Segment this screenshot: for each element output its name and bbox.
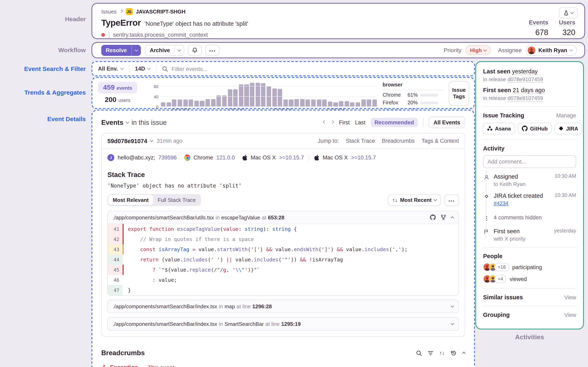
chart-bar[interactable] bbox=[233, 89, 238, 107]
chart-bar[interactable] bbox=[289, 100, 293, 107]
chart-bar[interactable] bbox=[244, 84, 249, 107]
users-count-line[interactable]: 200 users bbox=[98, 96, 137, 104]
priority-dropdown[interactable]: High bbox=[466, 45, 491, 55]
chart-bar[interactable] bbox=[328, 101, 332, 107]
previous-event-button[interactable] bbox=[323, 120, 327, 124]
github-icon[interactable] bbox=[430, 215, 436, 220]
chart-bar[interactable] bbox=[228, 89, 232, 107]
chart-bar[interactable] bbox=[161, 102, 165, 107]
events-count-badge[interactable]: 459 events bbox=[98, 82, 137, 93]
events-stat-label[interactable]: Events bbox=[529, 19, 548, 26]
users-stat-label[interactable]: Users bbox=[559, 19, 575, 26]
chart-bar[interactable] bbox=[189, 100, 193, 107]
chart-bar[interactable] bbox=[178, 100, 182, 107]
viewers-more-pill[interactable]: +4 bbox=[494, 275, 506, 283]
code-line[interactable]: 44 return (value.includes(' ') || value.… bbox=[108, 254, 458, 265]
sort-dropdown[interactable]: ↑↓ Most Recent bbox=[388, 194, 441, 206]
chart-bar[interactable] bbox=[294, 99, 299, 107]
tag-row-firefox[interactable]: Firefox 20% bbox=[383, 100, 444, 106]
code-line[interactable]: 43 const isArrayTag = value.startsWith('… bbox=[108, 244, 458, 254]
chart-bar[interactable] bbox=[306, 100, 310, 107]
chart-bar[interactable] bbox=[322, 100, 327, 107]
replay-clock-icon[interactable] bbox=[451, 350, 457, 356]
first-event-link[interactable]: First bbox=[339, 119, 350, 125]
chart-bar[interactable] bbox=[345, 101, 349, 107]
environment-dropdown[interactable]: All Env. bbox=[98, 66, 123, 72]
archive-dropdown-button[interactable] bbox=[174, 45, 184, 55]
collapse-frame-icon[interactable] bbox=[451, 216, 454, 220]
archive-button[interactable]: Archive bbox=[145, 45, 184, 56]
tab-most-relevant[interactable]: Most Relevant bbox=[108, 195, 153, 205]
chart-bar[interactable] bbox=[372, 100, 377, 107]
events-section-title[interactable]: Events in this issue bbox=[101, 118, 167, 126]
all-events-button[interactable]: All Events bbox=[429, 117, 465, 128]
chart-bar[interactable] bbox=[300, 99, 304, 107]
add-comment-input[interactable]: Add comment... bbox=[483, 155, 576, 168]
stack-frame-collapsed[interactable]: ./app/components/smartSearchBar/index.ts… bbox=[107, 317, 459, 331]
code-line[interactable]: 45 ? `"${value.replace(/"/g, '\\"')}"` bbox=[108, 265, 458, 275]
chart-bar[interactable] bbox=[367, 100, 371, 107]
search-icon[interactable] bbox=[416, 350, 422, 356]
grouping-view-link[interactable]: View bbox=[564, 312, 576, 318]
chart-bar[interactable] bbox=[283, 100, 288, 107]
manage-link[interactable]: Manage bbox=[556, 112, 576, 118]
tab-full-stack-trace[interactable]: Full Stack Trace bbox=[153, 195, 200, 205]
jira-ticket-link[interactable]: #4234 bbox=[494, 200, 508, 206]
issue-tags-button[interactable]: Issue Tags bbox=[449, 81, 469, 106]
event-id-dropdown[interactable]: 59d078e91074 bbox=[107, 138, 153, 144]
chart-bar[interactable] bbox=[222, 95, 227, 107]
filter-events-input[interactable]: Filter events... bbox=[172, 66, 208, 72]
sort-arrows-icon[interactable]: ↑↓ bbox=[439, 350, 445, 356]
resolve-dropdown-button[interactable] bbox=[131, 45, 141, 56]
chart-bar[interactable] bbox=[317, 100, 321, 107]
chart-bar[interactable] bbox=[311, 100, 316, 107]
chart-bar[interactable] bbox=[205, 99, 210, 107]
more-actions-button[interactable]: ... bbox=[206, 45, 219, 56]
filter-icon[interactable] bbox=[428, 350, 433, 355]
chart-bar[interactable] bbox=[200, 101, 204, 107]
recommended-pill[interactable]: Recommended bbox=[371, 118, 418, 127]
chart-bar[interactable] bbox=[211, 99, 215, 107]
release-link[interactable]: d078e9107459 bbox=[508, 76, 543, 83]
frame-options-button[interactable]: ... bbox=[444, 194, 459, 206]
suspect-commit-icon[interactable] bbox=[441, 215, 446, 220]
next-event-button[interactable] bbox=[331, 120, 334, 124]
last-event-link[interactable]: Last bbox=[355, 119, 365, 125]
asana-button[interactable]: Asana bbox=[483, 123, 515, 134]
first-seen-value[interactable]: 21 days ago bbox=[513, 87, 545, 94]
chart-bar[interactable] bbox=[267, 86, 271, 107]
chart-bar[interactable] bbox=[217, 95, 221, 107]
chart-bar[interactable] bbox=[239, 84, 243, 107]
activity-item-hidden-comments[interactable]: 4 comments hidden bbox=[483, 215, 576, 221]
user-email[interactable]: hello@abc.xyz; bbox=[118, 155, 155, 161]
resolve-button[interactable]: Resolve bbox=[101, 45, 141, 56]
last-seen-value[interactable]: yesterday bbox=[512, 68, 538, 75]
chart-bar[interactable] bbox=[339, 101, 343, 107]
date-range-dropdown[interactable]: 14D bbox=[135, 66, 150, 72]
chart-bar[interactable] bbox=[356, 102, 360, 107]
code-line[interactable]: 47} bbox=[108, 285, 458, 295]
github-button[interactable]: GitHub bbox=[518, 123, 552, 134]
code-line[interactable]: 46 : value; bbox=[108, 275, 458, 285]
chart-bar[interactable] bbox=[183, 100, 188, 107]
tag-row-chrome[interactable]: Chrome 61% bbox=[383, 92, 444, 98]
code-line[interactable]: 41export function escapeTagValue(value: … bbox=[108, 224, 458, 234]
chart-bar[interactable] bbox=[333, 102, 338, 107]
assignee-dropdown[interactable]: Keith Ryan bbox=[526, 45, 577, 56]
chart-bar[interactable] bbox=[261, 83, 266, 107]
jump-link-tags-context[interactable]: Tags & Context bbox=[422, 138, 459, 144]
chart-bar[interactable] bbox=[194, 101, 199, 107]
similar-issues-view-link[interactable]: View bbox=[564, 294, 576, 300]
experiment-flask-button[interactable] bbox=[559, 7, 578, 18]
breadcrumb-issues-link[interactable]: Issues bbox=[101, 8, 117, 15]
release-link[interactable]: d078e9107459 bbox=[508, 95, 543, 101]
chart-bar[interactable] bbox=[278, 89, 282, 107]
chart-bar[interactable] bbox=[361, 100, 366, 107]
chart-bar[interactable] bbox=[272, 89, 277, 107]
subscribe-bell-button[interactable] bbox=[188, 45, 202, 56]
chart-bar[interactable] bbox=[350, 102, 355, 107]
user-id[interactable]: 739596 bbox=[158, 155, 177, 161]
chart-bar[interactable] bbox=[172, 100, 177, 107]
code-line[interactable]: 42 // Wrap in quotes if there is a space bbox=[108, 234, 458, 244]
jump-link-stack-trace[interactable]: Stack Trace bbox=[346, 138, 375, 144]
